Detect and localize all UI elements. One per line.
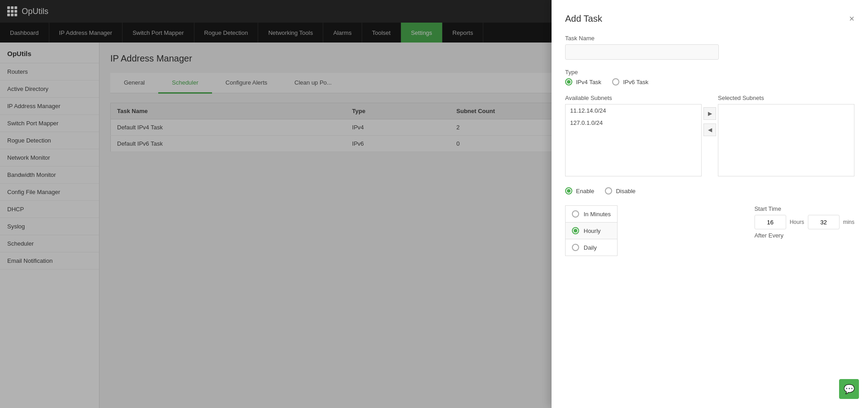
move-left-button[interactable]: ◀ [703, 123, 716, 136]
ipv6-radio[interactable]: IPv6 Task [612, 78, 648, 85]
enable-label: Enable [576, 188, 594, 195]
start-time-section: Start Time Hours mins After Every [755, 205, 854, 239]
task-name-label: Task Name [565, 35, 854, 42]
start-time-label: Start Time [755, 205, 854, 212]
disable-label: Disable [616, 188, 635, 195]
hourly-radio [572, 227, 579, 234]
hours-unit: Hours [790, 219, 804, 225]
daily-radio [572, 244, 579, 251]
enable-group: Enable Disable [565, 187, 854, 195]
modal-header: Add Task × [565, 14, 854, 24]
selected-subnets-label: Selected Subnets [718, 95, 854, 101]
mins-unit: mins [843, 219, 854, 225]
ipv6-radio-label: IPv6 Task [623, 79, 648, 85]
available-subnets-box: Available Subnets 11.12.14.0/24 127.0.1.… [565, 95, 702, 176]
modal-close-button[interactable]: × [849, 14, 854, 24]
time-inputs: Hours mins [755, 215, 854, 229]
start-time-hours-input[interactable] [755, 215, 786, 229]
in-minutes-label: In Minutes [584, 211, 611, 218]
disable-radio-circle [605, 187, 612, 195]
disable-radio[interactable]: Disable [605, 187, 635, 195]
after-every-label: After Every [755, 232, 854, 239]
available-subnets-label: Available Subnets [565, 95, 702, 101]
subnet-transfer-arrows: ▶ ◀ [702, 95, 718, 136]
selected-subnets-box: Selected Subnets [718, 95, 854, 176]
chat-button[interactable]: 💬 [839, 379, 859, 399]
ipv4-radio-circle [565, 78, 572, 85]
add-task-modal: Add Task × Task Name Type IPv4 Task IPv6… [552, 0, 868, 408]
subnet-item-1[interactable]: 127.0.1.0/24 [566, 117, 701, 129]
subnets-section: Available Subnets 11.12.14.0/24 127.0.1.… [565, 95, 854, 176]
in-minutes-radio [572, 210, 579, 218]
schedule-hourly[interactable]: Hourly [565, 222, 618, 239]
subnet-item-0[interactable]: 11.12.14.0/24 [566, 104, 701, 117]
available-subnets-list[interactable]: 11.12.14.0/24 127.0.1.0/24 [565, 104, 702, 176]
type-label: Type [565, 69, 854, 76]
type-radio-group: IPv4 Task IPv6 Task [565, 78, 854, 85]
daily-label: Daily [584, 244, 597, 251]
move-right-button[interactable]: ▶ [703, 107, 716, 120]
ipv4-radio[interactable]: IPv4 Task [565, 78, 601, 85]
enable-radio[interactable]: Enable [565, 187, 594, 195]
schedule-in-minutes[interactable]: In Minutes [565, 205, 618, 223]
schedule-options: In Minutes Hourly Daily [565, 205, 618, 256]
schedule-and-time: In Minutes Hourly Daily Start Time Hours… [565, 205, 854, 256]
task-name-group: Task Name [565, 35, 854, 60]
task-name-input[interactable] [565, 44, 719, 60]
selected-subnets-list[interactable] [718, 104, 854, 176]
type-group: Type IPv4 Task IPv6 Task [565, 69, 854, 85]
hourly-label: Hourly [584, 228, 601, 234]
ipv4-radio-label: IPv4 Task [576, 79, 601, 85]
start-time-mins-input[interactable] [808, 215, 840, 229]
modal-title: Add Task [565, 14, 602, 24]
schedule-daily[interactable]: Daily [565, 239, 618, 256]
enable-radio-circle [565, 187, 572, 195]
ipv6-radio-circle [612, 78, 619, 85]
